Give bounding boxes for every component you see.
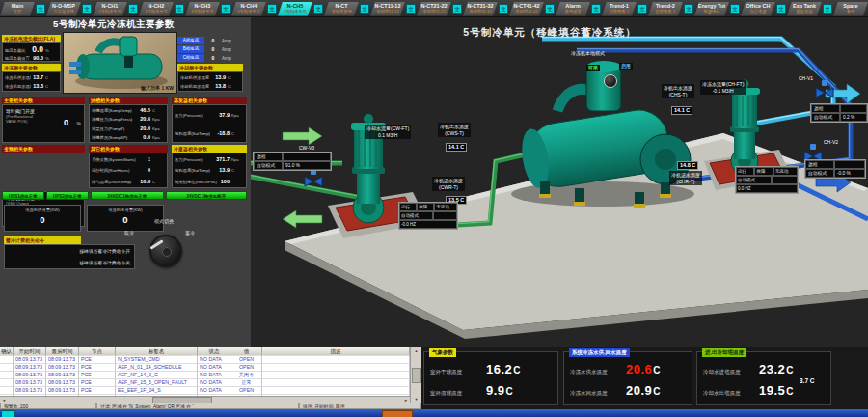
tab-badge-button[interactable]: 北 (313, 4, 323, 14)
alarm-col-header[interactable]: 节点 (79, 348, 116, 356)
value-cell: OPEN (231, 387, 262, 395)
nav-tab[interactable]: Main 主页 (0, 2, 35, 16)
valve-ch-v1-label: CH-V1 (797, 74, 815, 83)
scroll-up-icon[interactable]: ▲ (413, 348, 420, 353)
chw-row: 冷冻水供水温度 20.6 C (570, 362, 661, 376)
nav-tab[interactable]: N-O-MSP 二次泵系统 (46, 2, 81, 16)
nav-tab[interactable]: N-CT31-32 冷却塔31-32 (463, 2, 498, 16)
nav-tab[interactable]: N-CH2 2号制冷单元 (139, 2, 174, 16)
alarm-col-header[interactable]: 描述 (262, 348, 410, 356)
nav-tab[interactable]: Exp Tank 膨胀水箱 (787, 2, 822, 16)
weather-panel-title: 气象参数 (429, 348, 456, 357)
alarm-col-header[interactable]: 标签名 (116, 348, 198, 356)
nav-tab[interactable]: N-CH5 5号制冷单元 (278, 2, 312, 16)
mode-switch-knob[interactable] (149, 235, 182, 267)
nav-tab[interactable]: N-CT21-22 冷却塔21-22 (417, 2, 451, 16)
tab-badge-button[interactable]: 北 (684, 4, 693, 14)
nav-tab[interactable]: Alarm 系统报警 (556, 2, 590, 16)
oil-box: 油槽温度(SumpTemp) 46.5 C 油槽压力(SumpPress) 20… (89, 104, 168, 143)
tab-badge-button[interactable]: 北 (221, 4, 231, 14)
alarm-row[interactable]: 08:09:13.73 08:09:13.73 PCE AEF_NF_15_5_… (0, 379, 410, 387)
alarm-col-header[interactable]: 确认 (0, 348, 14, 356)
ack-cell[interactable] (0, 379, 14, 387)
tab-unit: Trend-2 趋势图表-2 北 (648, 0, 694, 16)
ack-cell[interactable] (0, 387, 14, 395)
param-value: 0 (148, 167, 150, 173)
nav-tab[interactable]: N-CH1 1号制冷单元 (93, 2, 127, 16)
ack-cell[interactable] (0, 372, 14, 379)
tab-badge-button[interactable]: 北 (360, 4, 369, 14)
vane-box: 导叶阀门开度 (Pre Rotational VANE POS) 0 % (2, 104, 85, 143)
other-params-box: 启停次数(SystemStarts) 1 运行时间(RunHours) 0 排气… (89, 153, 168, 188)
phase-label: B相电流 (177, 45, 204, 53)
alarm-vertical-scrollbar[interactable]: ▲ ▼ (410, 348, 421, 403)
vane-header: 主要相关参数 (2, 97, 85, 104)
chilled-side-header: 冷冻侧主要参数 (2, 64, 61, 71)
nav-tab[interactable]: Trend-2 趋势图表-2 (648, 2, 683, 16)
nav-tab[interactable]: N-CH4 4号制冷单元 (231, 2, 266, 16)
phase-value: 0 (204, 55, 222, 61)
start-time-cell: 08:09:13.73 (14, 356, 46, 364)
nav-tab[interactable]: Trend-1 趋势图表-1 (602, 2, 637, 16)
value-cell: OPEN (231, 364, 262, 372)
tab-badge-button[interactable]: 北 (406, 4, 416, 14)
tab-badge-button[interactable]: 北 (637, 4, 647, 14)
nav-tab[interactable]: N-CT41-42 冷却塔41-42 (509, 2, 544, 16)
nav-tab[interactable]: N-CT 冷却塔系统 (324, 2, 359, 16)
alarm-row[interactable]: 08:09:13.73 08:09:13.73 PCE EE_EEF_1F_04… (0, 387, 410, 395)
system-chw-title: 系统冷冻水供,回水温度 (569, 348, 630, 357)
alarm-col-header[interactable]: 状态 (198, 348, 231, 356)
value-cell: OPEN (231, 356, 262, 364)
tab-label-zh: 冷却塔21-22 (420, 9, 449, 13)
chiller-unit[interactable] (511, 61, 694, 208)
tab-badge-button[interactable]: 北 (730, 4, 740, 14)
nav-tab[interactable]: Spare 备用 (833, 2, 868, 16)
tab-badge-button[interactable]: 北 (128, 4, 138, 14)
ack-cell[interactable] (0, 364, 14, 372)
tab-badge-button[interactable]: 北 (545, 4, 555, 14)
last-time-cell: 08:09:13.73 (46, 372, 79, 379)
alarm-row[interactable]: 08:09:13.73 08:09:13.73 PCE N_SYSTEM_CMD… (0, 356, 410, 364)
chiller-local-knob[interactable] (604, 74, 617, 88)
status-cell: NO DATA (198, 364, 231, 372)
scrollbar-thumb[interactable] (412, 368, 421, 383)
nav-tab[interactable]: N-CH3 3号制冷单元 (185, 2, 220, 16)
alarm-col-header[interactable]: 值 (231, 348, 262, 356)
chiller-available-button[interactable]: 可用 (586, 65, 600, 71)
ack-cell[interactable] (0, 356, 14, 364)
alarm-row[interactable]: 08:09:13.73 08:09:13.73 PCE AEF_N_01_14_… (0, 364, 410, 372)
param-unit: C (228, 84, 240, 89)
tab-badge-button[interactable]: 北 (267, 4, 277, 14)
tab-badge-button[interactable]: 北 (36, 4, 45, 14)
param-row: 冷却机回水温度 13.8 C (178, 83, 242, 89)
cwr-tag: (CWR-T) (434, 184, 463, 191)
vsd-header: 变频相关参数 (2, 145, 85, 153)
tab-badge-button[interactable]: 北 (452, 4, 462, 14)
nav-tab[interactable]: Office CH 办公冷源 (741, 2, 775, 16)
ch-flow-name: 冷冻水流量(CH-FT) (702, 81, 744, 88)
alarm-col-header[interactable]: 开始时间 (14, 348, 46, 356)
diagram-title: 5号制冷单元（移峰填谷蓄冷系统） (405, 26, 694, 40)
tab-badge-button[interactable]: 北 (591, 4, 601, 14)
scroll-down-icon[interactable]: ▼ (413, 397, 420, 402)
chiller-enable-button[interactable]: 启用 (619, 63, 633, 70)
alarm-col-header[interactable]: 最后时间 (46, 348, 79, 356)
cooling-side-header: 冷却侧主要参数 (177, 64, 243, 71)
alarm-row[interactable]: 08:09:13.73 08:09:13.73 PCE AEF_NF_14_2_… (0, 372, 410, 379)
taskbar-home-button[interactable] (1, 410, 15, 417)
tab-badge-button[interactable]: 北 (823, 4, 832, 14)
valve-position-value: -0.0 % (834, 169, 865, 178)
fla-box: 电流负载比 0.0 % 电流负载设置 90.0 % (2, 42, 61, 62)
nav-tab[interactable]: N-CT11-12 冷却塔11-12 (370, 2, 405, 16)
taskbar-alarm-indicator[interactable] (382, 410, 413, 417)
summary-panels: 气象参数 室外干球温度 16.2 C 室外湿球温度 9.9 C 系统冷冻水供,回… (421, 348, 868, 409)
param-value: 13.9 (219, 167, 230, 173)
tab-badge-button[interactable]: 北 (776, 4, 786, 14)
row-unit: C (653, 386, 660, 397)
param-row: 运行时间(RunHours) 0 (90, 167, 167, 173)
tab-badge-button[interactable]: 北 (82, 4, 92, 14)
nav-tab[interactable]: Energy Tot 能源统计 (694, 2, 729, 16)
tab-badge-button[interactable]: 北 (175, 4, 184, 14)
tab-badge-button[interactable]: 北 (499, 4, 508, 14)
valve-cw-v3[interactable] (305, 169, 322, 186)
